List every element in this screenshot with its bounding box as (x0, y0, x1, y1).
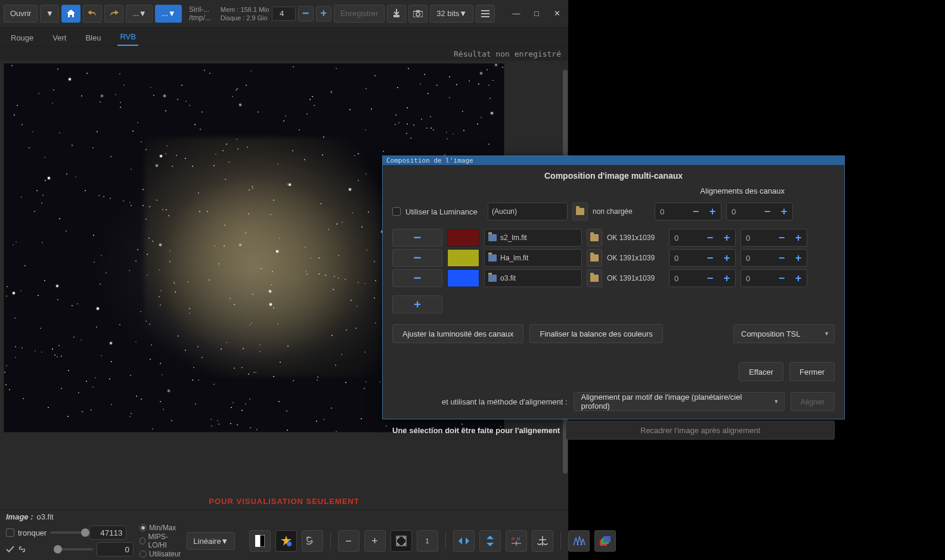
minimize-button[interactable]: — (509, 6, 524, 21)
channel-spin-y-value[interactable] (741, 234, 773, 242)
close-dialog-button[interactable]: Fermer (789, 362, 835, 381)
remove-channel-button[interactable]: − (392, 249, 442, 267)
minus-icon[interactable]: − (687, 203, 704, 220)
channel-color-swatch[interactable] (447, 249, 479, 267)
composition-mode-select[interactable]: Composition TSL (733, 324, 835, 343)
plus-icon[interactable]: + (704, 203, 721, 220)
zoom-in-button[interactable]: + (364, 530, 386, 552)
undo-button[interactable] (83, 5, 102, 23)
plus-icon[interactable]: + (790, 270, 807, 287)
zoom-out-button[interactable]: − (338, 530, 360, 552)
channel-browse-button[interactable] (587, 249, 602, 267)
radio-minmax[interactable] (140, 524, 147, 531)
channel-file-field[interactable]: s2_lm.fit (484, 229, 582, 247)
luminance-file-field[interactable]: (Aucun) (488, 203, 568, 220)
recrop-button[interactable]: Recadrer l'image après alignement (566, 421, 835, 440)
channel-spin-y-value[interactable] (741, 274, 773, 283)
use-luminance-checkbox[interactable] (392, 207, 401, 216)
adjust-luminosity-button[interactable]: Ajuster la luminosité des canaux (392, 324, 523, 343)
layers-button[interactable] (594, 530, 616, 552)
channel-spin-x[interactable]: −+ (669, 269, 736, 287)
channel-spin-y-value[interactable] (741, 254, 773, 263)
histogram-button[interactable] (568, 530, 590, 552)
tab-vert[interactable]: Vert (50, 30, 69, 46)
flip-v-button[interactable] (479, 530, 501, 552)
snapshot-button[interactable] (408, 5, 427, 23)
add-channel-button[interactable]: + (392, 295, 442, 313)
rgb-align-button[interactable]: RB (506, 530, 527, 552)
radio-mips[interactable] (140, 537, 145, 545)
lum-spin-y[interactable]: −+ (726, 203, 793, 220)
maximize-button[interactable]: □ (529, 6, 544, 21)
lum-spin-y-value[interactable] (727, 207, 759, 216)
minus-icon[interactable]: − (702, 250, 718, 266)
home-button[interactable] (61, 5, 80, 23)
channel-spin-x-value[interactable] (670, 254, 702, 263)
channel-spin-y[interactable]: −+ (740, 229, 807, 247)
menu2-button[interactable]: ... ▼ (155, 5, 182, 23)
channel-spin-x-value[interactable] (670, 234, 702, 242)
plus-icon[interactable]: + (790, 250, 807, 266)
redo-button[interactable] (104, 5, 123, 23)
scale-plus[interactable]: + (316, 6, 331, 21)
remove-channel-button[interactable]: − (392, 269, 442, 287)
plus-icon[interactable]: + (718, 250, 735, 266)
zoom-fit-button[interactable] (391, 530, 412, 552)
plus-icon[interactable]: + (776, 203, 792, 220)
invert-button[interactable] (249, 530, 271, 552)
align-button[interactable]: Aligner (791, 392, 835, 411)
plus-icon[interactable]: + (718, 270, 735, 287)
minus-icon[interactable]: − (759, 203, 776, 220)
radio-user[interactable] (140, 550, 147, 558)
truncate-checkbox[interactable] (6, 528, 14, 537)
stretch-select[interactable]: Linéaire▼ (187, 532, 234, 550)
scale-minus[interactable]: − (298, 6, 314, 21)
channel-file-field[interactable]: Ha_lm.fit (484, 249, 582, 267)
flip-h-button[interactable] (453, 530, 475, 552)
minus-icon[interactable]: − (702, 270, 718, 287)
hi-slider[interactable] (50, 531, 86, 534)
minus-icon[interactable]: − (773, 270, 790, 287)
plus-icon[interactable]: + (718, 229, 735, 246)
remove-channel-button[interactable]: − (392, 229, 442, 247)
star-button[interactable] (275, 530, 297, 552)
align-method-select[interactable]: Alignement par motif de l'image (planéta… (574, 392, 785, 411)
lum-spin-x-value[interactable] (655, 207, 687, 216)
channel-spin-x[interactable]: −+ (669, 249, 736, 267)
hamburger-button[interactable] (476, 5, 495, 23)
erase-button[interactable]: Effacer (739, 362, 783, 381)
hi-value[interactable] (89, 525, 126, 540)
minus-icon[interactable]: − (702, 229, 718, 246)
spiral-button[interactable] (302, 530, 323, 552)
minus-icon[interactable]: − (773, 250, 790, 266)
open-button[interactable]: Ouvrir (4, 5, 38, 23)
channel-color-swatch[interactable] (447, 229, 479, 247)
tab-rvb[interactable]: RVB (117, 29, 138, 46)
channel-browse-button[interactable] (587, 229, 602, 247)
lo-slider[interactable] (57, 548, 93, 550)
plus-icon[interactable]: + (790, 229, 807, 246)
channel-file-field[interactable]: o3.fit (484, 269, 582, 287)
tab-rouge[interactable]: Rouge (8, 30, 36, 46)
zoom-100-button[interactable]: 1 (417, 530, 438, 552)
open-dropdown[interactable]: ▼ (40, 5, 59, 23)
channel-spin-x[interactable]: −+ (669, 229, 736, 247)
minus-icon[interactable]: − (773, 229, 790, 246)
scale-input[interactable] (272, 7, 296, 21)
tab-bleu[interactable]: Bleu (83, 30, 103, 46)
lum-spin-x[interactable]: −+ (655, 203, 721, 220)
menu1-button[interactable]: ... ▼ (126, 5, 153, 23)
channel-spin-y[interactable]: −+ (740, 269, 807, 287)
close-window-button[interactable]: ✕ (549, 6, 565, 21)
channel-spin-x-value[interactable] (670, 274, 702, 283)
finalize-color-button[interactable]: Finaliser la balance des couleurs (529, 324, 662, 343)
bits-select[interactable]: 32 bits ▼ (430, 5, 473, 23)
channel-color-swatch[interactable] (447, 269, 479, 287)
channel-spin-y[interactable]: −+ (740, 249, 807, 267)
save-button[interactable]: Enregistrer (334, 5, 385, 23)
channel-browse-button[interactable] (587, 269, 602, 287)
luminance-browse[interactable] (572, 203, 588, 220)
balance-button[interactable] (532, 530, 553, 552)
export-button[interactable] (387, 5, 406, 23)
lo-value[interactable] (97, 542, 134, 556)
